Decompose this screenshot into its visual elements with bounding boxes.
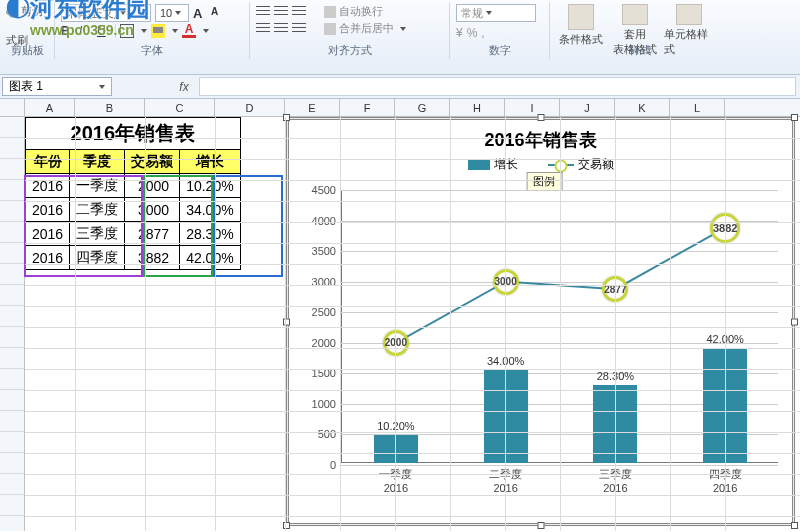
col-header-B[interactable]: B: [75, 99, 145, 116]
chevron-down-icon: [99, 85, 105, 89]
cell: 四季度: [70, 246, 125, 270]
name-box[interactable]: 图表 1: [2, 77, 112, 96]
watermark-url: www.pc0359.cn: [30, 22, 134, 38]
cells-area[interactable]: 2016年销售表 年份 季度 交易额 增长 2016一季度200010.20% …: [25, 117, 800, 531]
col-header-E[interactable]: E: [285, 99, 340, 116]
formula-input[interactable]: [199, 77, 796, 96]
wrap-text-button[interactable]: 自动换行: [324, 4, 383, 19]
merge-center-button[interactable]: 合并后居中: [324, 21, 406, 36]
align-top-icon[interactable]: [256, 6, 270, 18]
y-tick: 0: [330, 459, 336, 471]
row-headers: [0, 117, 25, 531]
ribbon-group-number: 常规 ¥ % , 数字: [450, 2, 550, 59]
cell: 3882: [125, 246, 180, 270]
resize-handle[interactable]: [791, 318, 798, 325]
chevron-down-icon: [400, 27, 406, 31]
y-tick: 4000: [312, 215, 336, 227]
ribbon-group-alignment: 自动换行 合并后居中 对齐方式: [250, 2, 450, 59]
cell: 2016: [26, 174, 70, 198]
chevron-down-icon: [175, 11, 181, 15]
group-label-align: 对齐方式: [250, 43, 449, 58]
number-format-select[interactable]: 常规: [456, 4, 536, 22]
worksheet[interactable]: 2016年销售表 年份 季度 交易额 增长 2016一季度200010.20% …: [0, 117, 800, 531]
align-middle-icon[interactable]: [274, 6, 288, 18]
cell: 一季度: [70, 174, 125, 198]
comma-icon[interactable]: ,: [481, 26, 484, 40]
cell: 2877: [125, 222, 180, 246]
watermark-logo: ◐河东软件园: [6, 0, 150, 24]
y-tick: 4500: [312, 184, 336, 196]
col-header-C[interactable]: C: [145, 99, 215, 116]
chevron-down-icon: [203, 29, 209, 33]
percent-icon[interactable]: %: [467, 26, 478, 40]
th-quarter: 季度: [70, 150, 125, 174]
table-format-icon: [622, 4, 648, 25]
resize-handle[interactable]: [537, 522, 544, 529]
cell: 2016: [26, 222, 70, 246]
resize-handle[interactable]: [791, 522, 798, 529]
cell: 2016: [26, 246, 70, 270]
formula-bar: 图表 1 fx: [0, 75, 800, 99]
data-table: 2016年销售表 年份 季度 交易额 增长 2016一季度200010.20% …: [25, 117, 241, 270]
table-title: 2016年销售表: [26, 118, 241, 150]
chart-title[interactable]: 2016年销售表: [289, 128, 792, 152]
y-tick: 1000: [312, 398, 336, 410]
y-tick: 2000: [312, 337, 336, 349]
col-header-H[interactable]: H: [450, 99, 505, 116]
group-label-number: 数字: [450, 43, 549, 58]
col-header-F[interactable]: F: [340, 99, 395, 116]
fx-icon[interactable]: fx: [169, 75, 199, 98]
font-color-button[interactable]: A: [182, 24, 196, 38]
col-header-I[interactable]: I: [505, 99, 560, 116]
chevron-down-icon: [172, 29, 178, 33]
col-header-A[interactable]: A: [25, 99, 75, 116]
legend-bar-swatch: [468, 160, 490, 170]
y-tick: 3500: [312, 245, 336, 257]
col-header-D[interactable]: D: [215, 99, 285, 116]
th-amount: 交易额: [125, 150, 180, 174]
group-label-style: 样式: [550, 43, 730, 58]
col-header-G[interactable]: G: [395, 99, 450, 116]
currency-icon[interactable]: ¥: [456, 26, 463, 40]
ribbon-group-style: 条件格式 套用 表格格式 单元格样式 样式: [550, 2, 730, 59]
cell: 42.00%: [180, 246, 240, 270]
group-label-font: 字体: [55, 43, 249, 58]
align-right-icon[interactable]: [292, 23, 306, 35]
col-header-L[interactable]: L: [670, 99, 725, 116]
col-header-J[interactable]: J: [560, 99, 615, 116]
column-headers: ABCDEFGHIJKL: [0, 99, 800, 117]
group-label-clipboard: 剪贴板: [0, 43, 54, 58]
cell-style-icon: [676, 4, 702, 25]
decrease-font-icon[interactable]: A: [211, 6, 225, 20]
legend-tooltip: 图例: [526, 172, 562, 191]
conditional-format-icon: [568, 4, 594, 30]
cell: 2000: [125, 174, 180, 198]
increase-font-icon[interactable]: A: [193, 6, 207, 20]
align-bottom-icon[interactable]: [292, 6, 306, 18]
chevron-down-icon: [486, 11, 492, 15]
align-center-icon[interactable]: [274, 23, 288, 35]
cell: 10.20%: [180, 174, 240, 198]
th-growth: 增长: [180, 150, 240, 174]
align-left-icon[interactable]: [256, 23, 270, 35]
col-header-K[interactable]: K: [615, 99, 670, 116]
y-tick: 2500: [312, 306, 336, 318]
chevron-down-icon: [141, 29, 147, 33]
th-year: 年份: [26, 150, 70, 174]
cell: 三季度: [70, 222, 125, 246]
cell: 28.30%: [180, 222, 240, 246]
font-size-select[interactable]: 10: [155, 4, 189, 22]
fill-color-button[interactable]: [151, 24, 165, 38]
y-tick: 500: [318, 428, 336, 440]
select-all-corner[interactable]: [0, 99, 25, 116]
